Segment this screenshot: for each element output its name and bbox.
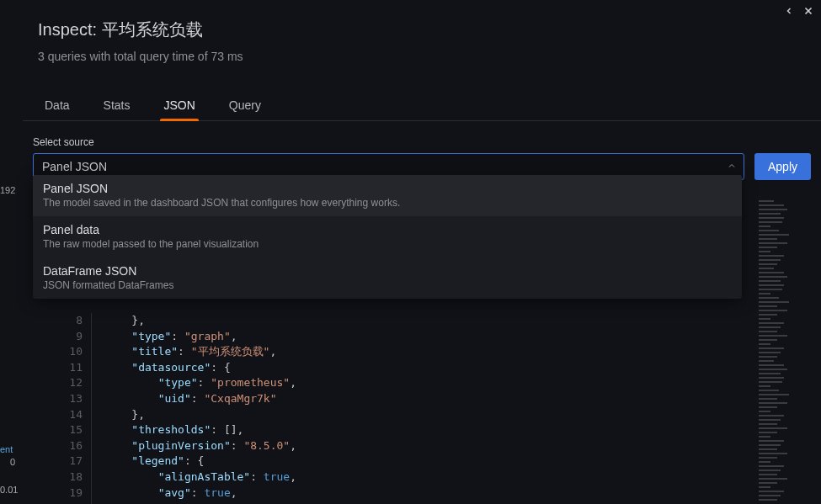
select-source-label: Select source [33, 136, 811, 148]
dropdown-option-title: Panel JSON [43, 182, 732, 195]
dropdown-option-panel-data[interactable]: Panel data The raw model passed to the p… [33, 216, 742, 257]
title-panel-name: 平均系统负载 [102, 20, 203, 39]
editor-minimap[interactable] [755, 200, 802, 504]
dropdown-option-title: DataFrame JSON [43, 264, 732, 278]
close-icon[interactable] [801, 3, 816, 19]
source-dropdown: Panel JSON The model saved in the dashbo… [33, 175, 742, 299]
dropdown-option-desc: JSON formatted DataFrames [43, 279, 732, 291]
dropdown-option-title: Panel data [43, 223, 732, 236]
dropdown-option-dataframe-json[interactable]: DataFrame JSON JSON formatted DataFrames [33, 257, 742, 299]
tab-data[interactable]: Data [31, 92, 83, 120]
inspect-tabs: Data Stats JSON Query [23, 92, 821, 121]
tab-stats[interactable]: Stats [90, 92, 144, 120]
tab-json[interactable]: JSON [150, 92, 208, 120]
tab-query[interactable]: Query [216, 92, 275, 120]
bg-value-fragment: 0.01 [0, 485, 18, 495]
drawer-subtitle: 3 queries with total query time of 73 ms [38, 50, 806, 63]
dropdown-option-desc: The model saved in the dashboard JSON th… [43, 197, 732, 209]
bg-axis-label: 192 [0, 185, 15, 195]
dropdown-option-desc: The raw model passed to the panel visual… [43, 238, 732, 250]
dropdown-option-panel-json[interactable]: Panel JSON The model saved in the dashbo… [33, 175, 742, 216]
title-prefix: Inspect: [38, 20, 102, 39]
background-panel: 192 ent 0 0.01 [0, 0, 23, 504]
prev-icon[interactable] [781, 3, 797, 19]
bg-axis-label: 0 [10, 457, 15, 467]
line-gutter: 8910111213141516171819 [56, 313, 91, 504]
code-content[interactable]: }, "type": "graph", "title": "平均系统负载", "… [91, 313, 802, 504]
drawer-title: Inspect: 平均系统负载 [38, 19, 806, 41]
chevron-up-icon [727, 159, 737, 174]
json-editor[interactable]: 8910111213141516171819 }, "type": "graph… [56, 313, 802, 504]
bg-legend-fragment: ent [0, 444, 13, 454]
apply-button[interactable]: Apply [754, 153, 811, 180]
